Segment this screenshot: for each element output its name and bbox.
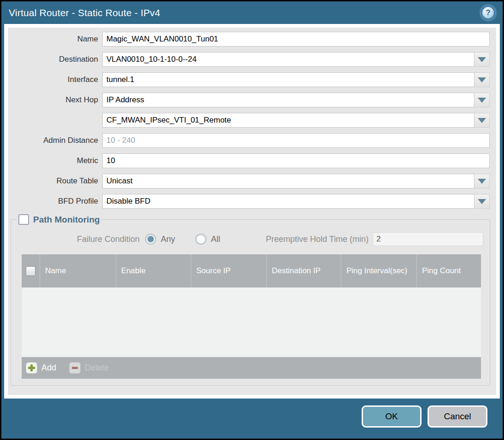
route-table-input[interactable] bbox=[102, 174, 475, 188]
admin-distance-input[interactable] bbox=[102, 133, 490, 148]
next-hop-address-input[interactable] bbox=[102, 113, 475, 128]
destination-input[interactable] bbox=[102, 52, 475, 67]
next-hop-label: Next Hop bbox=[8, 95, 98, 105]
preemptive-hold-time-label: Preemptive Hold Time (min) bbox=[266, 235, 369, 244]
path-monitoring-section: Path Monitoring Failure Condition Any Al… bbox=[11, 214, 490, 386]
form-row-destination: Destination bbox=[8, 52, 490, 67]
column-header-ping-interval: Ping Interval(sec) bbox=[341, 254, 416, 287]
column-header-name: Name bbox=[40, 254, 116, 287]
column-header-source-ip: Source IP bbox=[191, 254, 266, 287]
chevron-down-icon bbox=[478, 118, 486, 123]
form-row-next-hop: Next Hop bbox=[8, 93, 490, 107]
chevron-down-icon bbox=[478, 77, 486, 82]
path-monitoring-table: Name Enable Source IP Destination IP Pin… bbox=[22, 254, 481, 379]
radio-any[interactable] bbox=[145, 234, 156, 245]
column-header-enable: Enable bbox=[116, 254, 191, 287]
dialog-window: Virtual Router - Static Route - IPv4 ? N… bbox=[1, 1, 503, 439]
path-monitoring-legend: Path Monitoring bbox=[17, 214, 102, 225]
form-row-name: Name bbox=[8, 32, 490, 47]
dialog-title: Virtual Router - Static Route - IPv4 bbox=[9, 7, 160, 18]
failure-condition-radio-group: Any All bbox=[145, 234, 236, 245]
chevron-down-icon bbox=[478, 98, 486, 103]
interface-dropdown-button[interactable] bbox=[475, 72, 490, 87]
dialog-titlebar: Virtual Router - Static Route - IPv4 ? bbox=[1, 1, 503, 24]
form-row-next-hop-address bbox=[8, 113, 490, 128]
radio-all[interactable] bbox=[195, 234, 206, 245]
help-icon[interactable]: ? bbox=[481, 6, 495, 20]
chevron-down-icon bbox=[478, 179, 486, 184]
path-monitoring-title: Path Monitoring bbox=[33, 215, 100, 225]
next-hop-type-input[interactable] bbox=[102, 93, 475, 107]
radio-all-label: All bbox=[211, 235, 220, 244]
bfd-profile-input[interactable] bbox=[102, 194, 475, 209]
column-header-destination-ip: Destination IP bbox=[266, 254, 341, 287]
add-button-label: Add bbox=[41, 363, 56, 373]
form-row-bfd-profile: BFD Profile bbox=[8, 194, 490, 209]
next-hop-address-dropdown-button[interactable] bbox=[475, 113, 490, 128]
cancel-button[interactable]: Cancel bbox=[428, 405, 487, 428]
add-icon bbox=[26, 362, 37, 374]
destination-dropdown-button[interactable] bbox=[475, 52, 490, 67]
radio-any-label: Any bbox=[161, 235, 175, 244]
table-footer: Add Delete bbox=[22, 357, 481, 379]
delete-icon bbox=[69, 362, 81, 374]
metric-input[interactable] bbox=[102, 153, 490, 168]
name-label: Name bbox=[8, 35, 98, 44]
failure-condition-label: Failure Condition bbox=[16, 235, 140, 244]
table-body-empty bbox=[22, 287, 481, 357]
table-header-select-cell bbox=[22, 254, 40, 287]
preemptive-hold-time-input[interactable] bbox=[373, 232, 483, 246]
form-row-metric: Metric bbox=[8, 153, 490, 168]
metric-label: Metric bbox=[8, 156, 98, 165]
table-header-row: Name Enable Source IP Destination IP Pin… bbox=[22, 254, 481, 287]
destination-label: Destination bbox=[8, 55, 98, 64]
delete-button[interactable]: Delete bbox=[69, 362, 109, 374]
form-row-admin-distance: Admin Distance bbox=[8, 133, 490, 148]
form-row-route-table: Route Table bbox=[8, 174, 490, 188]
route-table-label: Route Table bbox=[8, 176, 98, 186]
select-all-checkbox[interactable] bbox=[26, 266, 35, 276]
column-header-ping-count: Ping Count bbox=[416, 254, 481, 287]
path-monitoring-checkbox[interactable] bbox=[18, 214, 29, 225]
interface-label: Interface bbox=[8, 75, 98, 84]
chevron-down-icon bbox=[478, 57, 486, 62]
delete-button-label: Delete bbox=[85, 363, 109, 373]
next-hop-type-dropdown-button[interactable] bbox=[475, 93, 490, 107]
route-table-dropdown-button[interactable] bbox=[475, 174, 490, 188]
name-input[interactable] bbox=[102, 32, 490, 47]
form-row-interface: Interface bbox=[8, 72, 490, 87]
dialog-content: Name Destination Interface bbox=[8, 28, 496, 395]
bfd-profile-dropdown-button[interactable] bbox=[475, 194, 490, 209]
dialog-body-frame: Name Destination Interface bbox=[4, 24, 500, 399]
failure-condition-row: Failure Condition Any All Preemptive Hol… bbox=[16, 232, 483, 246]
chevron-down-icon bbox=[478, 199, 486, 204]
admin-distance-label: Admin Distance bbox=[8, 136, 98, 145]
ok-button[interactable]: OK bbox=[362, 405, 422, 428]
bfd-profile-label: BFD Profile bbox=[8, 197, 98, 206]
interface-input[interactable] bbox=[102, 72, 475, 87]
add-button[interactable]: Add bbox=[26, 362, 56, 374]
